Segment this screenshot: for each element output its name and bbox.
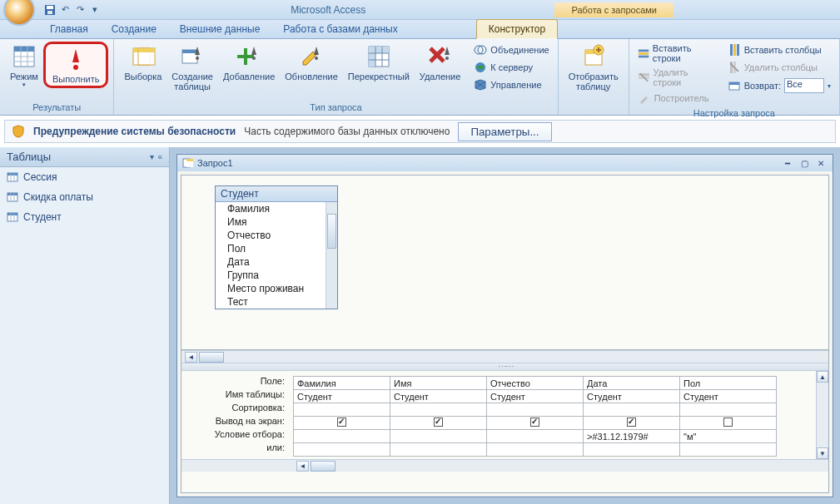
- nav-dropdown-icon[interactable]: ▾: [150, 152, 154, 161]
- grid-cell[interactable]: Студент: [680, 390, 777, 403]
- checkbox-icon[interactable]: [627, 418, 636, 427]
- field-item[interactable]: Тест: [216, 295, 337, 309]
- insertrows-button[interactable]: Вставить строки: [634, 42, 718, 65]
- tab-dbtools[interactable]: Работа с базами данных: [271, 20, 409, 38]
- field-item[interactable]: Пол: [216, 242, 337, 255]
- grid-cell[interactable]: Имя: [390, 377, 487, 390]
- security-options-button[interactable]: Параметры...: [458, 122, 551, 141]
- grid-cell[interactable]: Студент: [390, 390, 487, 403]
- grid-cell[interactable]: Студент: [584, 390, 680, 403]
- deletecols-button[interactable]: Удалить столбцы: [724, 59, 834, 76]
- maximize-button[interactable]: ▢: [798, 157, 811, 169]
- grid-cell[interactable]: [680, 443, 777, 457]
- field-item[interactable]: Отчество: [216, 229, 337, 242]
- grid-cell[interactable]: [487, 430, 584, 443]
- scroll-down-icon[interactable]: ▼: [817, 447, 828, 459]
- grid-cell[interactable]: Отчество: [487, 377, 584, 390]
- grid-cell[interactable]: "м": [680, 430, 777, 443]
- return-select[interactable]: Все: [784, 78, 824, 93]
- close-button[interactable]: ✕: [814, 157, 828, 169]
- pane-splitter[interactable]: [181, 363, 828, 371]
- tab-create[interactable]: Создание: [100, 20, 168, 38]
- grid-cell[interactable]: [487, 403, 584, 417]
- grid-cell[interactable]: [294, 403, 390, 417]
- select-query-button[interactable]: Выборка: [119, 42, 167, 83]
- fieldlist-scrollbar[interactable]: [326, 202, 337, 309]
- grid-cell[interactable]: [390, 430, 487, 443]
- view-button[interactable]: Режим ▾: [5, 42, 43, 90]
- tables-pane[interactable]: Студент Фамилия Имя Отчество Пол Дата Гр…: [181, 175, 828, 350]
- builder-button[interactable]: Построитель: [634, 90, 718, 106]
- ribbon-group-querysetup: Вставить строки Удалить строки Построите…: [629, 39, 840, 115]
- nav-header[interactable]: Таблицы ▾«: [0, 147, 169, 167]
- checkbox-icon[interactable]: [530, 418, 539, 427]
- grid-cell-show[interactable]: [390, 417, 487, 430]
- passthrough-button[interactable]: К серверу: [470, 59, 552, 76]
- undo-icon[interactable]: ↶: [58, 3, 72, 17]
- field-item[interactable]: Фамилия: [216, 202, 337, 215]
- nav-item-table[interactable]: Скидка оплаты: [0, 187, 169, 207]
- grid-cell[interactable]: Дата: [584, 377, 680, 390]
- grid-cell[interactable]: Студент: [487, 390, 584, 403]
- nav-item-table[interactable]: Студент: [0, 207, 169, 227]
- delete-query-button[interactable]: Удаление: [415, 42, 466, 83]
- grid-vscroll[interactable]: ▲ ▼: [816, 371, 828, 459]
- table-fieldlist[interactable]: Студент Фамилия Имя Отчество Пол Дата Гр…: [215, 185, 338, 309]
- scroll-left-icon[interactable]: ◄: [296, 461, 309, 472]
- grid-cell[interactable]: [294, 443, 390, 457]
- grid-cell[interactable]: >#31.12.1979#: [584, 430, 680, 443]
- design-grid[interactable]: Фамилия Имя Отчество Дата Пол Студент Ст…: [293, 376, 777, 457]
- grid-cell-show[interactable]: [487, 417, 584, 430]
- save-icon[interactable]: [43, 3, 57, 17]
- insertcols-button[interactable]: Вставить столбцы: [724, 42, 834, 58]
- grid-cell[interactable]: [390, 403, 487, 417]
- field-item[interactable]: Место проживан: [216, 282, 337, 295]
- grid-cell-show[interactable]: [680, 417, 777, 430]
- grid-cell-show[interactable]: [294, 417, 390, 430]
- grid-cell[interactable]: [584, 443, 680, 457]
- ribbon: Режим ▾ Выполнить Результаты Выборка Соз…: [0, 39, 840, 116]
- datadef-button[interactable]: Управление: [470, 77, 552, 93]
- grid-cell[interactable]: [294, 430, 390, 443]
- checkbox-icon[interactable]: [337, 418, 346, 427]
- checkbox-icon[interactable]: [434, 418, 443, 427]
- minimize-button[interactable]: ━: [781, 157, 794, 169]
- deleterows-button[interactable]: Удалить строки: [634, 66, 718, 89]
- checkbox-icon[interactable]: [723, 418, 733, 427]
- maketable-button[interactable]: Создание таблицы: [167, 42, 218, 93]
- update-button[interactable]: Обновление: [280, 42, 343, 83]
- grid-cell[interactable]: [584, 403, 680, 417]
- grid-cell[interactable]: Фамилия: [294, 377, 390, 390]
- grid-cell[interactable]: [680, 403, 777, 417]
- scroll-left-icon[interactable]: ◄: [185, 352, 197, 363]
- redo-icon[interactable]: ↷: [73, 3, 87, 17]
- tab-external[interactable]: Внешние данные: [168, 20, 272, 38]
- run-button[interactable]: Выполнить: [47, 44, 104, 86]
- grid-cell-show[interactable]: [584, 417, 680, 430]
- dropdown-arrow-icon[interactable]: ▾: [828, 82, 831, 90]
- showtable-button[interactable]: Отобразить таблицу: [564, 42, 624, 93]
- grid-cell[interactable]: [390, 443, 487, 457]
- scroll-up-icon[interactable]: ▲: [817, 371, 828, 383]
- field-item[interactable]: Дата: [216, 255, 337, 269]
- append-button[interactable]: Добавление: [218, 42, 280, 83]
- tab-design[interactable]: Конструктор: [476, 19, 558, 39]
- svg-point-20: [315, 57, 318, 60]
- grid-cell[interactable]: [487, 443, 584, 457]
- qat-dropdown-icon[interactable]: ▾: [88, 3, 102, 17]
- lower-hscroll[interactable]: ◄: [181, 459, 828, 472]
- tab-home[interactable]: Главная: [38, 20, 100, 38]
- nav-item-table[interactable]: Сессия: [0, 167, 169, 187]
- field-item[interactable]: Группа: [216, 269, 337, 282]
- union-button[interactable]: Объединение: [470, 42, 552, 58]
- scroll-thumb[interactable]: [311, 461, 336, 472]
- crosstab-button[interactable]: Перекрестный: [343, 42, 415, 83]
- grid-cell[interactable]: Студент: [294, 390, 390, 403]
- field-item[interactable]: Имя: [216, 215, 337, 229]
- upper-hscroll[interactable]: ◄: [181, 350, 828, 363]
- scroll-thumb[interactable]: [199, 352, 224, 363]
- grid-cell[interactable]: Пол: [680, 377, 777, 390]
- nav-collapse-icon[interactable]: «: [157, 152, 162, 161]
- query-window-titlebar[interactable]: Запрос1 ━ ▢ ✕: [177, 155, 833, 171]
- table-fieldlist-header[interactable]: Студент: [216, 186, 337, 202]
